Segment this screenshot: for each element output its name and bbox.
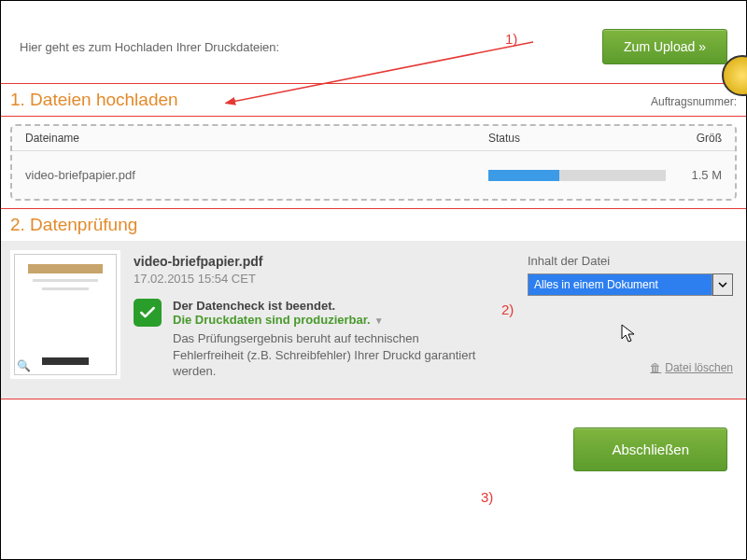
section-1-header: 1. Dateien hochladen Auftragsnummer: xyxy=(1,83,746,117)
content-select-value[interactable]: Alles in einem Dokument xyxy=(528,273,712,296)
order-number-label: Auftragsnummer: xyxy=(651,95,737,108)
file-status-cell xyxy=(488,170,675,181)
producible-text[interactable]: Die Druckdaten sind produzierbar. xyxy=(173,313,371,327)
upload-table-row: video-briefpapier.pdf 1.5 M xyxy=(12,151,735,199)
delete-file-link[interactable]: 🗑Datei löschen xyxy=(528,361,733,374)
trash-icon: 🗑 xyxy=(650,361,661,374)
upload-header-row: Hier geht es zum Hochladen Ihrer Druckda… xyxy=(1,1,746,83)
upload-progress-bar xyxy=(488,170,666,181)
upload-progress-fill xyxy=(488,170,559,181)
file-size-cell: 1.5 M xyxy=(675,168,722,182)
footer-row: Abschließen xyxy=(1,399,746,490)
upload-hint-text: Hier geht es zum Hochladen Ihrer Druckda… xyxy=(20,40,279,54)
chevron-down-icon[interactable]: ▼ xyxy=(374,315,384,326)
content-select[interactable]: Alles in einem Dokument xyxy=(528,273,733,296)
annotation-3: 3) xyxy=(481,489,493,505)
finish-button[interactable]: Abschließen xyxy=(573,427,727,471)
file-thumbnail[interactable]: 🔍 xyxy=(14,254,117,375)
check-detail-text: Das Prüfungsergebnis beruht auf technisc… xyxy=(173,330,481,380)
upload-button[interactable]: Zum Upload » xyxy=(602,29,727,64)
file-info-block: video-briefpapier.pdf 17.02.2015 15:54 C… xyxy=(134,254,511,380)
content-label: Inhalt der Datei xyxy=(528,254,733,268)
data-check-panel: 🔍 video-briefpapier.pdf 17.02.2015 15:54… xyxy=(1,241,746,399)
file-name-cell: video-briefpapier.pdf xyxy=(25,168,488,182)
upload-dropzone[interactable]: Dateiname Status Größ video-briefpapier.… xyxy=(10,124,737,201)
section-1-title: 1. Dateien hochladen xyxy=(10,90,178,110)
section-2-title: 2. Datenprüfung xyxy=(10,215,137,235)
col-status: Status xyxy=(488,132,675,145)
upload-table-header: Dateiname Status Größ xyxy=(12,126,735,151)
file-content-column: Inhalt der Datei Alles in einem Dokument… xyxy=(528,254,733,380)
dropdown-arrow-icon[interactable] xyxy=(712,273,733,296)
zoom-icon[interactable]: 🔍 xyxy=(17,359,31,372)
check-done-text: Der Datencheck ist beendet. xyxy=(173,299,481,313)
check-success-icon xyxy=(134,299,162,327)
checked-file-name: video-briefpapier.pdf xyxy=(134,254,511,269)
section-2-header: 2. Datenprüfung xyxy=(1,208,746,241)
col-filename: Dateiname xyxy=(25,132,488,145)
check-result-row: Der Datencheck ist beendet. Die Druckdat… xyxy=(134,299,511,380)
checked-file-date: 17.02.2015 15:54 CET xyxy=(134,272,511,286)
col-size: Größ xyxy=(675,132,722,145)
